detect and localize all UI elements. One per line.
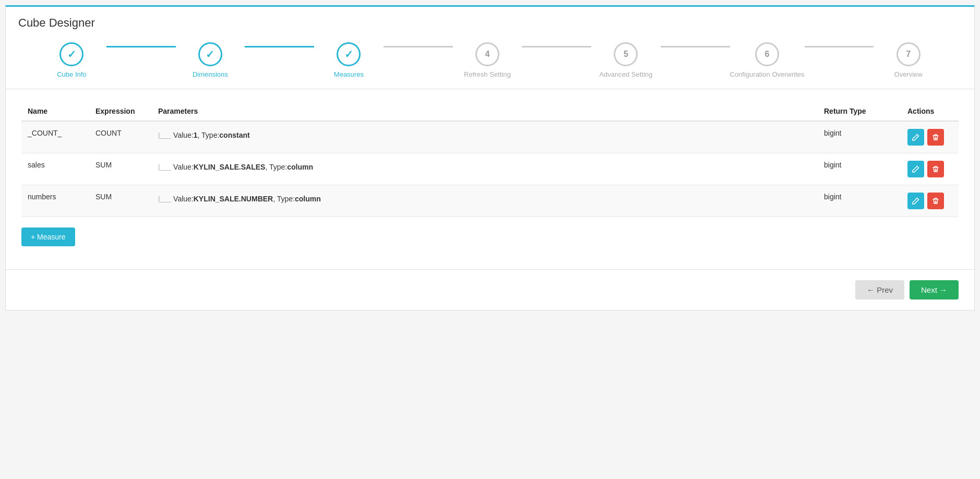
row-3-actions (901, 185, 959, 217)
row-3-name: numbers (21, 185, 89, 217)
step-6: 6 Configuration Overwrites (730, 42, 805, 78)
step-4-label: Refresh Setting (464, 70, 511, 78)
next-button[interactable]: Next → (910, 280, 959, 300)
delete-icon (932, 197, 939, 205)
step-3-label: Measures (334, 70, 364, 78)
param-indent-1: |___ (158, 131, 171, 139)
step-5-circle: 5 (614, 42, 638, 66)
step-6-circle: 6 (755, 42, 779, 66)
table-row: sales SUM |___ Value:KYLIN_SALE.SALES, T… (21, 153, 959, 185)
step-7: 7 Overview (874, 42, 943, 78)
row-2-expression: SUM (89, 153, 152, 185)
add-measure-button[interactable]: + Measure (21, 227, 75, 246)
step-2-label: Dimensions (193, 70, 228, 78)
col-header-expression: Expression (89, 102, 152, 121)
step-4-circle: 4 (475, 42, 499, 66)
stepper: ✓ Cube Info ✓ Dimensions ✓ Measures 4 Re (6, 37, 974, 89)
row-2-parameters: |___ Value:KYLIN_SALE.SALES, Type:column (152, 153, 818, 185)
step-3: ✓ Measures (314, 42, 384, 78)
content-area: Name Expression Parameters Return Type A… (6, 89, 974, 259)
param-text-3: Value:KYLIN_SALE.NUMBER, Type:column (173, 195, 321, 203)
step-6-number: 6 (765, 50, 770, 59)
row-1-name: _COUNT_ (21, 121, 89, 153)
prev-button[interactable]: ← Prev (855, 280, 904, 300)
row-3-parameters: |___ Value:KYLIN_SALE.NUMBER, Type:colum… (152, 185, 818, 217)
step-1-label: Cube Info (57, 70, 86, 78)
step-5: 5 Advanced Setting (591, 42, 661, 78)
step-5-number: 5 (624, 50, 628, 59)
connector-5 (661, 46, 730, 47)
step-2-circle: ✓ (198, 42, 222, 66)
step-7-number: 7 (906, 50, 911, 59)
delete-icon (932, 134, 939, 141)
footer: ← Prev Next → (6, 269, 974, 310)
row-1-expression: COUNT (89, 121, 152, 153)
table-row: numbers SUM |___ Value:KYLIN_SALE.NUMBER… (21, 185, 959, 217)
param-text-1: Value:1, Type:constant (173, 131, 250, 139)
delete-icon (932, 165, 939, 173)
step-1-circle: ✓ (59, 42, 83, 66)
measures-table: Name Expression Parameters Return Type A… (21, 102, 959, 217)
row-3-edit-button[interactable] (907, 193, 924, 209)
step-5-label: Advanced Setting (599, 70, 652, 78)
connector-3 (384, 46, 453, 47)
param-block-1: |___ Value:1, Type:constant (158, 129, 811, 139)
row-2-return-type: bigint (818, 153, 901, 185)
edit-icon (912, 165, 919, 173)
step-2-check: ✓ (206, 48, 214, 61)
row-1-delete-button[interactable] (927, 129, 944, 146)
step-2: ✓ Dimensions (176, 42, 245, 78)
step-4: 4 Refresh Setting (453, 42, 522, 78)
row-2-name: sales (21, 153, 89, 185)
row-1-actions (901, 121, 959, 153)
param-block-3: |___ Value:KYLIN_SALE.NUMBER, Type:colum… (158, 193, 811, 203)
edit-icon (912, 134, 919, 141)
step-6-label: Configuration Overwrites (730, 70, 805, 78)
connector-1 (106, 46, 176, 47)
connector-6 (805, 46, 874, 47)
row-3-action-buttons (907, 193, 952, 209)
row-1-edit-button[interactable] (907, 129, 924, 146)
col-header-actions: Actions (901, 102, 959, 121)
row-1-action-buttons (907, 129, 952, 146)
connector-2 (245, 46, 314, 47)
edit-icon (912, 197, 919, 205)
row-1-parameters: |___ Value:1, Type:constant (152, 121, 818, 153)
page-title: Cube Designer (6, 7, 974, 37)
col-header-name: Name (21, 102, 89, 121)
row-2-edit-button[interactable] (907, 161, 924, 177)
step-7-label: Overview (894, 70, 923, 78)
row-2-delete-button[interactable] (927, 161, 944, 177)
param-block-2: |___ Value:KYLIN_SALE.SALES, Type:column (158, 161, 811, 171)
row-2-actions (901, 153, 959, 185)
step-1-check: ✓ (67, 48, 76, 61)
step-4-number: 4 (485, 50, 489, 59)
row-3-delete-button[interactable] (927, 193, 944, 209)
page-container: Cube Designer ✓ Cube Info ✓ Dimensions ✓… (5, 5, 975, 310)
step-3-check: ✓ (344, 48, 353, 61)
table-row: _COUNT_ COUNT |___ Value:1, Type:constan… (21, 121, 959, 153)
row-3-expression: SUM (89, 185, 152, 217)
step-1: ✓ Cube Info (37, 42, 106, 78)
row-2-action-buttons (907, 161, 952, 177)
row-1-return-type: bigint (818, 121, 901, 153)
col-header-return-type: Return Type (818, 102, 901, 121)
param-indent-3: |___ (158, 195, 171, 202)
col-header-parameters: Parameters (152, 102, 818, 121)
param-text-2: Value:KYLIN_SALE.SALES, Type:column (173, 163, 313, 171)
connector-4 (522, 46, 591, 47)
step-3-circle: ✓ (337, 42, 361, 66)
param-indent-2: |___ (158, 163, 171, 171)
step-7-circle: 7 (897, 42, 921, 66)
row-3-return-type: bigint (818, 185, 901, 217)
